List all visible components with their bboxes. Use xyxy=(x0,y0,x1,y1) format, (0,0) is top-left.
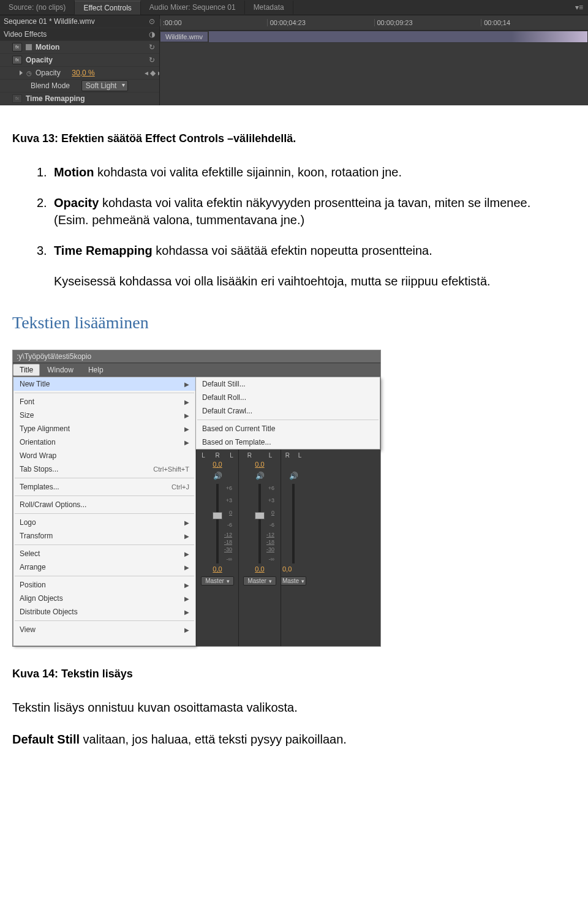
blend-mode-label: Blend Mode xyxy=(31,81,70,90)
effect-controls-tree: Sequence 01 * Wildlife.wmv ⊙ Video Effec… xyxy=(0,15,159,105)
audio-track-column: RL . 🔊 0,0 Maste xyxy=(281,450,306,646)
time-mark: 00:00;14 xyxy=(481,19,588,26)
figure-caption-13: Kuva 13: Efektien säätöä Effect Controls… xyxy=(12,132,551,145)
effect-controls-timeline: :00:00 00:00;04:23 00:00;09:23 00:00;14 … xyxy=(159,15,588,105)
stopwatch-icon[interactable]: ◷ xyxy=(26,70,32,77)
list-subparagraph: Kyseisessä kohdassa voi olla lisääkin er… xyxy=(54,273,551,290)
disclosure-icon[interactable] xyxy=(20,70,23,75)
fx-badge-icon: fx xyxy=(12,43,22,51)
figure-caption-14: Kuva 14: Tekstin lisäys xyxy=(12,668,551,680)
motion-effect[interactable]: Motion xyxy=(36,43,59,51)
volume-slider[interactable]: +6 +3 0 -6 -12 -18 -30 -∞ xyxy=(216,484,219,563)
title-menu: New Title▶Font▶Size▶Type Alignment▶Orien… xyxy=(13,377,196,646)
effect-controls-panel: Source: (no clips) Effect Controls Audio… xyxy=(0,0,588,105)
menubar-item-title[interactable]: Title xyxy=(13,364,40,376)
menu-item[interactable]: Orientation▶ xyxy=(13,435,195,449)
submenu-item[interactable]: Default Crawl... xyxy=(196,404,380,418)
timeline-ruler[interactable]: :00:00 00:00;04:23 00:00;09:23 00:00;14 xyxy=(160,15,588,31)
menu-item[interactable]: Position▶ xyxy=(13,578,195,592)
menu-item[interactable]: Word Wrap xyxy=(13,449,195,462)
menu-item[interactable]: Align Objects▶ xyxy=(13,592,195,605)
submenu-item[interactable]: Based on Current Title xyxy=(196,422,380,435)
document-body: Kuva 13: Efektien säätöä Effect Controls… xyxy=(0,105,588,787)
menu-item[interactable]: Size▶ xyxy=(13,409,195,422)
tab-source[interactable]: Source: (no clips) xyxy=(0,1,75,14)
panel-menu-icon[interactable]: ▾≡ xyxy=(570,3,588,12)
tab-audio-mixer[interactable]: Audio Mixer: Sequence 01 xyxy=(141,1,245,14)
effect-toggle-icon[interactable] xyxy=(26,44,32,50)
speaker-icon[interactable]: 🔊 xyxy=(239,472,281,480)
menu-item[interactable]: Logo▶ xyxy=(13,516,195,529)
reset-icon[interactable]: ↻ xyxy=(145,56,159,64)
gain-value[interactable]: 0,0 xyxy=(281,565,306,573)
list-item-text: Opacity kohdasta voi valita efektin näky… xyxy=(54,194,551,228)
submenu-item[interactable]: Based on Template... xyxy=(196,435,380,449)
audio-track-column: LRL 0,0 🔊 +6 +3 0 -6 -12 -18 xyxy=(196,450,238,646)
list-item-text: Time Remapping kohdassa voi säätää efekt… xyxy=(54,242,551,259)
time-remapping-effect[interactable]: Time Remapping xyxy=(26,94,85,103)
speaker-icon[interactable]: 🔊 xyxy=(197,472,238,480)
menu-item[interactable]: Templates...Ctrl+J xyxy=(13,480,195,494)
menu-item[interactable]: Arrange▶ xyxy=(13,560,195,574)
speaker-icon[interactable]: 🔊 xyxy=(281,472,306,480)
tab-metadata[interactable]: Metadata xyxy=(245,1,293,14)
gain-value[interactable]: 0,0 xyxy=(239,565,281,573)
list-number: 3. xyxy=(37,242,54,259)
time-mark: :00:00 xyxy=(160,19,267,26)
menu-item[interactable]: View▶ xyxy=(13,623,195,636)
menu-item[interactable]: Tab Stops...Ctrl+Shift+T xyxy=(13,462,195,476)
new-title-submenu: Default Still...Default Roll...Default C… xyxy=(195,377,380,450)
menu-item[interactable]: Distribute Objects▶ xyxy=(13,605,195,619)
clip-label: Wildlife.wmv xyxy=(160,31,208,42)
keyframe-nav-icon[interactable]: ◂ ◆ ▸ xyxy=(145,69,159,77)
menubar: Title Window Help xyxy=(13,363,380,377)
submenu-item[interactable]: Default Still... xyxy=(196,377,380,391)
menu-item[interactable]: New Title▶ xyxy=(13,377,195,391)
list-number: 2. xyxy=(37,194,54,228)
gain-value[interactable]: 0,0 xyxy=(197,565,238,573)
audio-track-column: RL 0,0 🔊 +6 +3 0 -6 -12 -18 xyxy=(238,450,281,646)
list-number: 1. xyxy=(37,164,54,181)
volume-slider[interactable] xyxy=(292,484,295,563)
title-menu-screenshot: :y\Työpöytä\testi5kopio Title Window Hel… xyxy=(12,350,381,647)
fx-badge-icon: fx xyxy=(12,94,22,103)
twirl-icon[interactable]: ⊙ xyxy=(145,17,159,26)
time-mark: 00:00;04:23 xyxy=(267,19,374,26)
output-select[interactable]: Maste xyxy=(281,576,306,586)
pan-value[interactable]: 0,0 xyxy=(197,461,238,468)
menubar-item-window[interactable]: Window xyxy=(40,364,81,376)
body-paragraph: Tekstin lisäys onnistuu kuvan osoittamas… xyxy=(12,699,551,716)
body-paragraph: Default Still valitaan, jos haluaa, että… xyxy=(12,731,551,748)
path-bar: :y\Työpöytä\testi5kopio xyxy=(13,350,380,363)
time-mark: 00:00;09:23 xyxy=(374,19,481,26)
pan-value[interactable]: 0,0 xyxy=(239,461,281,468)
blend-mode-select[interactable]: Soft Light xyxy=(81,80,129,91)
menu-item[interactable]: Type Alignment▶ xyxy=(13,422,195,435)
audio-mixer-background: LRL 0,0 🔊 +6 +3 0 -6 -12 -18 xyxy=(196,450,380,646)
menubar-item-help[interactable]: Help xyxy=(81,364,111,376)
opacity-property-label: Opacity xyxy=(36,69,61,77)
output-select[interactable]: Master xyxy=(201,576,234,586)
menu-item[interactable]: Select▶ xyxy=(13,547,195,560)
output-select[interactable]: Master xyxy=(243,576,276,586)
opacity-effect[interactable]: Opacity xyxy=(26,56,53,64)
clip-track[interactable] xyxy=(208,31,588,43)
header-badge-icon: ◑ xyxy=(145,30,159,39)
submenu-item[interactable]: Default Roll... xyxy=(196,391,380,404)
menu-item[interactable]: Roll/Crawl Options... xyxy=(13,498,195,511)
tab-effect-controls[interactable]: Effect Controls xyxy=(75,1,140,15)
fx-badge-icon: fx xyxy=(12,56,22,64)
volume-slider[interactable]: +6 +3 0 -6 -12 -18 -30 -∞ xyxy=(258,484,261,563)
sequence-clip-label: Sequence 01 * Wildlife.wmv xyxy=(4,17,95,26)
video-effects-label: Video Effects xyxy=(4,30,47,39)
panel-tabs: Source: (no clips) Effect Controls Audio… xyxy=(0,0,588,15)
opacity-value[interactable]: 30,0 % xyxy=(72,69,94,77)
section-heading: Tekstien lisääminen xyxy=(12,313,551,333)
menu-item[interactable]: Transform▶ xyxy=(13,529,195,543)
menu-item[interactable]: Font▶ xyxy=(13,395,195,409)
list-item-text: Motion kohdasta voi valita efektille sij… xyxy=(54,164,551,181)
reset-icon[interactable]: ↻ xyxy=(145,43,159,51)
